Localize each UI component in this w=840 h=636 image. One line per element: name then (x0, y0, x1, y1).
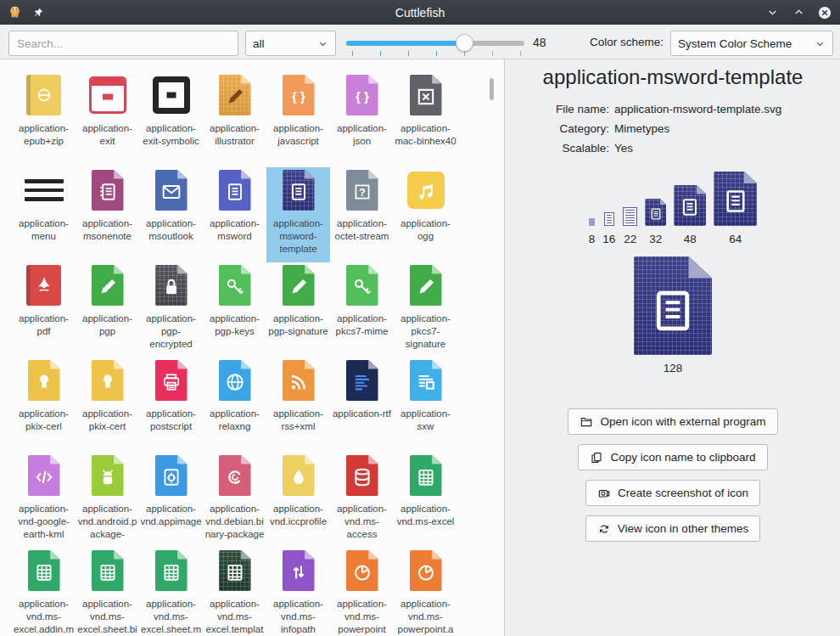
action-buttons: Open icon with external programCopy icon… (506, 408, 840, 542)
folded-corner (241, 75, 250, 84)
icon-grid-item[interactable]: application- pkix-cerl (12, 357, 76, 453)
color-scheme-value: System Color Scheme (678, 37, 792, 50)
arrows-icon (283, 550, 315, 591)
color-scheme-dropdown[interactable]: System Color Scheme (670, 31, 833, 56)
icon-grid-item[interactable]: application- ogg (394, 167, 457, 262)
icon-grid-item[interactable]: application- pdf (12, 262, 76, 357)
folded-corner (744, 172, 757, 183)
icon-grid-item[interactable]: application- relaxng (203, 357, 266, 453)
icon-grid-item[interactable]: application- vnd.ms-excel (394, 453, 457, 548)
icon-grid-item[interactable]: application- vnd.ms- excel.templat (203, 548, 266, 636)
icon-grid-item[interactable]: application- exit-symbolic (139, 72, 203, 167)
icon-grid-item[interactable]: application- pkcs7-mime (330, 262, 394, 357)
category-value: all (253, 37, 265, 50)
icon-grid-item[interactable]: application- pgp-signature (266, 262, 330, 357)
minimize-button[interactable] (764, 5, 780, 20)
copy-icon-name-to-clipboard-button[interactable]: Copy icon name to clipboard (578, 444, 767, 470)
icon-grid-item[interactable]: application- msword (203, 167, 266, 262)
icon-label: application- mac-binhex40 (395, 122, 456, 148)
icon-grid-item[interactable]: application- pgp- encrypted (139, 262, 203, 357)
icon-grid-item[interactable]: application- javascript (266, 72, 330, 167)
spreadsheet-grid-glyph (414, 465, 438, 489)
icon-grid-item[interactable]: application- vnd.ms- powerpoint.a (394, 548, 457, 636)
icon-grid-item[interactable]: application- vnd.ms- access (330, 453, 394, 548)
braces-icon (346, 75, 378, 115)
folded-corner (368, 75, 378, 84)
folded-corner (305, 360, 314, 369)
document-lines-icon (645, 199, 666, 226)
field-value: Mimetypes (614, 121, 840, 136)
icon-grid-item[interactable]: application- rss+xml (266, 357, 330, 453)
maximize-button[interactable] (791, 5, 806, 20)
folded-corner (432, 265, 441, 274)
pin-icon[interactable] (31, 5, 46, 20)
scrollbar-thumb[interactable] (490, 78, 494, 100)
open-icon-with-external-program-button[interactable]: Open icon with external program (568, 408, 777, 435)
slider-tick (464, 51, 465, 56)
create-screenshot-of-icon-button[interactable]: Create screenshot of icon (585, 480, 760, 506)
icon-grid-item[interactable]: application- vnd.ms- excel.addin.m (12, 548, 76, 636)
braces-glyph (287, 85, 311, 109)
folded-corner (114, 360, 123, 369)
arrows-glyph (287, 560, 311, 584)
icon-label: application- pgp-keys (210, 312, 260, 338)
slider-tick (492, 51, 493, 56)
size-label: 16 (602, 233, 615, 245)
icon-label: application- vnd.appimage (140, 503, 201, 528)
icon-grid-item[interactable]: application- mac-binhex40 (394, 72, 457, 167)
icon-grid-item[interactable]: application- msword- template (266, 167, 330, 262)
icon-grid-item[interactable]: application-rtf (330, 357, 394, 453)
icon-grid-item[interactable]: application- vnd.ms- powerpoint (330, 548, 394, 636)
icon-grid-item[interactable]: application- pkix-cert (76, 357, 139, 453)
epub-icon (26, 75, 61, 115)
search-input[interactable] (8, 31, 238, 56)
icon-grid-item[interactable]: application- vnd.debian.bi nary-package (203, 453, 266, 548)
pen-icon (410, 265, 442, 306)
icon-grid-item[interactable]: application- json (330, 72, 394, 167)
spreadsheet-grid-icon (155, 550, 188, 591)
icon-label: application- msoutlook (146, 217, 196, 243)
boxed-x-icon (410, 75, 442, 115)
icon-label: application- vnd.iccprofile (270, 503, 327, 528)
icon-grid-item[interactable]: application- menu (12, 167, 76, 262)
pie-chart-icon (410, 550, 442, 591)
folded-corner (368, 550, 378, 560)
icon-grid-item[interactable]: application- msonenote (76, 167, 139, 262)
icon-label: application- msword- template (273, 217, 323, 256)
toolbar: all 48 Color scheme: System Color Scheme (0, 25, 840, 59)
folded-corner (114, 265, 123, 274)
icon-grid-item[interactable]: application- pkcs7- signature (394, 262, 457, 357)
icon-grid-item[interactable]: application- exit (76, 72, 139, 167)
icon-grid-item[interactable]: application- illustrator (203, 72, 266, 167)
icon-grid-item[interactable]: application- vnd.android.p ackage- (76, 453, 139, 548)
icon-grid-item[interactable]: application- vnd.ms- excel.sheet.bi (76, 548, 139, 636)
icon-label: application- vnd.ms- excel.templat (206, 598, 264, 636)
icon-grid-item[interactable]: application- msoutlook (139, 167, 203, 262)
music-note-glyph (414, 180, 438, 204)
category-dropdown[interactable]: all (245, 31, 336, 56)
icon-grid-item[interactable]: application- postscript (139, 357, 203, 453)
lock-glyph (160, 275, 183, 299)
icon-size-slider[interactable] (346, 31, 524, 56)
icon-grid-item[interactable]: application- vnd.appimage (139, 453, 203, 548)
icon-grid-item[interactable]: application- vnd.ms- excel.sheet.m (139, 548, 203, 636)
folded-corner (241, 265, 250, 274)
icon-grid-item[interactable]: application- pgp (76, 262, 139, 357)
icon-grid-item[interactable]: application- vnd-google- earth-kml (12, 453, 76, 548)
icon-grid-item[interactable]: application- vnd.ms- infopath (266, 548, 330, 636)
pie-chart-glyph (414, 560, 438, 584)
award-glyph (96, 370, 120, 394)
icon-label: application- pgp-signature (268, 312, 328, 338)
close-button[interactable] (817, 5, 832, 20)
view-icon-in-other-themes-button[interactable]: View icon in other themes (585, 515, 760, 542)
icon-grid-item[interactable]: application- epub+zip (12, 72, 76, 167)
icon-grid-item[interactable]: application- sxw (394, 357, 457, 453)
folded-corner (177, 170, 187, 179)
icon-grid-item[interactable]: application- vnd.iccprofile (266, 453, 330, 548)
icon-grid-item[interactable]: application- pgp-keys (203, 262, 266, 357)
slider-handle[interactable] (456, 34, 473, 52)
icon-label: application- vnd.ms- infopath (273, 598, 323, 636)
icon-label: application- epub+zip (19, 122, 69, 148)
icon-detail-panel: application-msword-template File name:ap… (506, 59, 840, 636)
icon-grid-item[interactable]: application- octet-stream (330, 167, 394, 262)
